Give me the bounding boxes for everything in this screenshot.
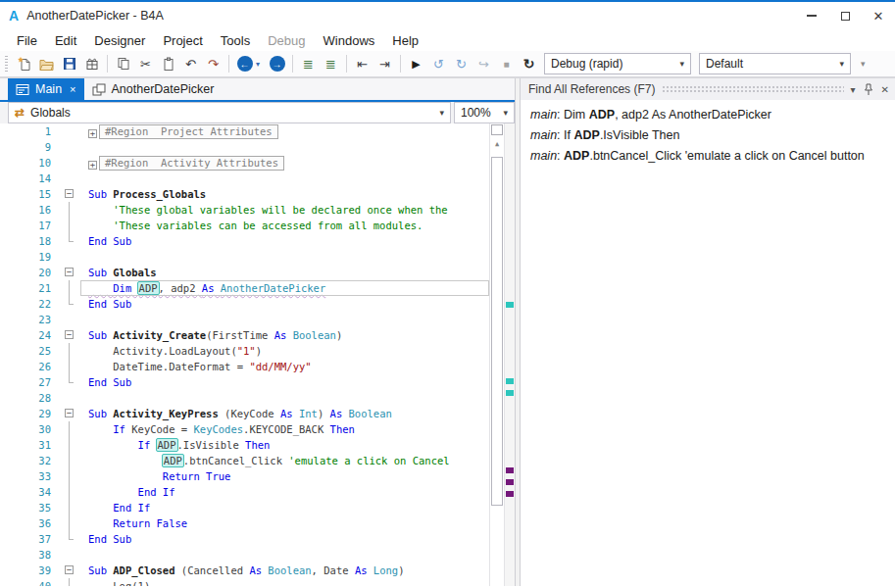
scrollbar-thumb[interactable] [491,157,503,506]
scope-selector[interactable]: ⇄ Globals ▾ [8,102,451,123]
run-icon[interactable]: ▶ [405,53,427,75]
code-line-19[interactable]: 19 [0,249,489,265]
scroll-marker[interactable] [506,390,514,396]
undo-icon[interactable]: ↶ [179,53,202,75]
menu-project[interactable]: Project [154,31,211,50]
code-line-30[interactable]: 30 If KeyCode = KeyCodes.KEYCODE_BACK Th… [0,421,489,437]
toolbar-overflow-button[interactable]: ▾ [861,59,866,69]
tab-anotherdatepicker[interactable]: AnotherDatePicker [84,78,223,100]
menu-designer[interactable]: Designer [85,31,154,50]
code-line-26[interactable]: 26 DateTime.DateFormat = "dd/MM/yy" [0,359,489,374]
collapse-icon[interactable]: − [65,189,74,198]
code-line-16[interactable]: 16 'These global variables will be decla… [0,202,489,218]
panel-menu-chevron-icon[interactable]: ▾ [851,84,856,95]
reference-result-3[interactable]: main: ADP.btnCancel_Click 'emulate a cli… [521,146,895,167]
comment-icon[interactable]: ≣ [297,53,320,75]
code-line-37[interactable]: 37End Sub [0,531,489,547]
reference-result-2[interactable]: main: If ADP.IsVisible Then [521,125,895,146]
tab-close-icon[interactable]: × [70,83,75,95]
code-line-15[interactable]: 15−Sub Process_Globals [0,186,489,202]
code-editor[interactable]: 1+#Region Project Attributes910+#Region … [0,123,515,586]
collapse-icon[interactable]: − [65,268,74,276]
pin-icon[interactable] [863,83,874,96]
reference-result-1[interactable]: main: Dim ADP, adp2 As AnotherDatePicker [521,105,895,125]
code-line-18[interactable]: 18End Sub [0,233,489,249]
restart-icon[interactable]: ↻ [518,53,540,75]
code-line-38[interactable]: 38 [0,547,489,563]
tab-main[interactable]: Main× [8,78,84,100]
navigate-back-dropdown[interactable]: ▾ [256,60,266,69]
code-line-34[interactable]: 34 End If [0,484,489,500]
build-flavor-selector[interactable]: Default▾ [699,53,851,74]
code-line-9[interactable]: 9 [0,139,489,155]
step-over-icon[interactable]: ↻ [450,53,472,75]
fold-margin[interactable]: − [63,563,80,578]
fold-margin[interactable]: − [63,327,80,343]
copy-icon[interactable] [112,53,134,75]
expand-icon[interactable]: + [88,161,97,170]
code-line-21[interactable]: 21 Dim ADP, adp2 As AnotherDatePicker [0,280,489,296]
code-line-25[interactable]: 25 Activity.LoadLayout("1") [0,343,489,359]
navigate-forward-icon[interactable]: → [266,53,288,75]
code-line-35[interactable]: 35 End If [0,500,489,515]
code-line-31[interactable]: 31 If ADP.IsVisible Then [0,437,489,453]
build-configuration-selector[interactable]: Debug (rapid)▾ [544,53,691,74]
code-line-20[interactable]: 20−Sub Globals [0,265,489,280]
step-into-icon[interactable]: ↺ [427,53,450,75]
fold-margin[interactable]: − [63,406,80,421]
code-line-28[interactable]: 28 [0,390,489,406]
maximize-button[interactable] [828,2,862,29]
code-line-29[interactable]: 29−Sub Activity_KeyPress (KeyCode As Int… [0,406,489,421]
scroll-marker[interactable] [506,378,514,384]
zoom-selector[interactable]: 100% ▾ [454,102,515,123]
panel-drag-area[interactable] [662,85,843,94]
step-out-icon[interactable]: ↪ [472,53,495,75]
code-line-24[interactable]: 24−Sub Activity_Create(FirstTime As Bool… [0,327,489,343]
code-line-22[interactable]: 22End Sub [0,296,489,312]
menu-tools[interactable]: Tools [212,31,259,50]
outdent-icon[interactable]: ⇤ [351,53,373,75]
indent-icon[interactable]: ⇥ [373,53,396,75]
minimize-button[interactable] [795,2,828,29]
save-icon[interactable] [58,53,80,75]
redo-icon[interactable]: ↷ [202,53,224,75]
collapse-icon[interactable]: − [65,565,74,574]
code-line-32[interactable]: 32 ADP.btnCancel_Click 'emulate a click … [0,453,489,468]
panel-close-icon[interactable]: ✕ [881,84,889,95]
menu-windows[interactable]: Windows [315,31,384,50]
vertical-scrollbar[interactable]: ▲ [489,123,505,586]
scroll-marker[interactable] [506,302,514,308]
collapse-icon[interactable]: − [65,409,74,417]
collapse-icon[interactable]: − [65,330,74,339]
fold-margin[interactable]: − [63,186,80,202]
menu-edit[interactable]: Edit [46,31,85,50]
toolbar-grip[interactable] [5,56,8,72]
code-line-10[interactable]: 10+#Region Activity Attributes [0,155,489,171]
scroll-marker[interactable] [506,479,514,485]
menu-file[interactable]: File [8,31,46,50]
code-line-33[interactable]: 33 Return True [0,468,489,484]
code-line-17[interactable]: 17 'These variables can be accessed from… [0,218,489,233]
expand-icon[interactable]: + [88,129,97,138]
code-line-27[interactable]: 27End Sub [0,374,489,390]
scroll-marker[interactable] [506,491,514,497]
stop-icon[interactable]: ■ [495,53,518,75]
code-line-36[interactable]: 36 Return False [0,515,489,531]
open-folder-icon[interactable] [35,53,58,75]
split-handle[interactable] [491,124,503,135]
code-line-1[interactable]: 1+#Region Project Attributes [0,123,489,139]
code-line-14[interactable]: 14 [0,171,489,186]
code-line-40[interactable]: 40 Log(1) [0,578,489,586]
scroll-up-arrow-icon[interactable]: ▲ [490,137,504,151]
paste-icon[interactable] [157,53,179,75]
package-icon[interactable] [80,53,103,75]
menu-help[interactable]: Help [383,31,427,50]
code-line-23[interactable]: 23 [0,312,489,327]
code-line-39[interactable]: 39−Sub ADP_Closed (Cancelled As Boolean,… [0,563,489,578]
navigate-back-icon[interactable]: ← [233,53,256,75]
new-file-icon[interactable] [13,53,35,75]
uncomment-icon[interactable]: ≣ [320,53,342,75]
close-button[interactable]: ✕ [862,2,895,29]
fold-margin[interactable]: − [63,265,80,280]
scroll-marker[interactable] [506,467,514,473]
